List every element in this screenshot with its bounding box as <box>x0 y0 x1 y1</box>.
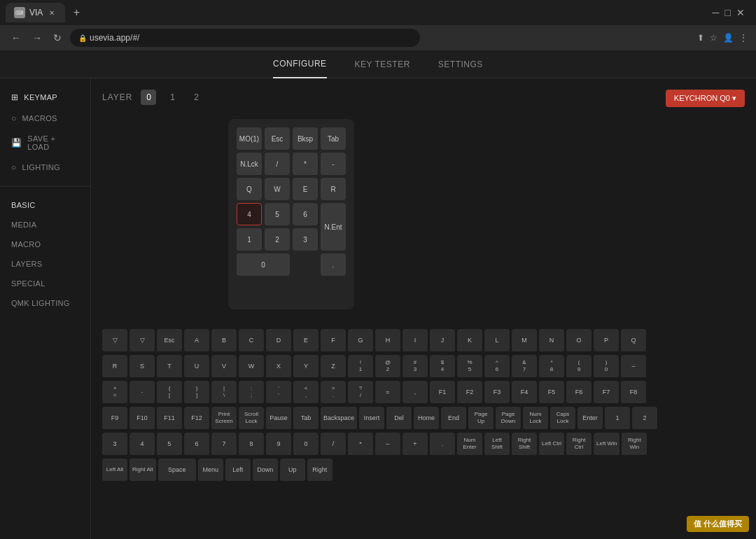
bookmark-icon[interactable]: ☆ <box>710 33 718 43</box>
sidebar-item-lighting[interactable]: ○ LIGHTING <box>0 157 90 178</box>
kb-d[interactable]: D <box>266 329 291 353</box>
kb-numslash[interactable]: / <box>321 433 346 456</box>
kb-at-2[interactable]: @2 <box>375 355 400 379</box>
kb-t[interactable]: T <box>157 355 182 379</box>
kb-colon[interactable]: :; <box>239 381 264 405</box>
kb-right[interactable]: Right <box>307 458 332 482</box>
minimize-icon[interactable]: ─ <box>713 7 720 18</box>
kb-num9[interactable]: 9 <box>266 433 291 456</box>
kb-rshift[interactable]: RightShift <box>512 433 537 456</box>
kb-star-8[interactable]: *8 <box>539 355 564 379</box>
kb-z[interactable]: Z <box>321 355 346 379</box>
np-4[interactable]: 4 <box>237 203 262 225</box>
device-selector-button[interactable]: KEYCHRON Q0 ▾ <box>666 90 745 107</box>
sidebar-item-macros[interactable]: ○ MACROS <box>0 108 90 129</box>
np-e[interactable]: E <box>293 178 318 200</box>
layer-0-button[interactable]: 0 <box>141 90 156 105</box>
kb-question[interactable]: ?/ <box>348 381 373 405</box>
kb-f2[interactable]: F2 <box>457 381 482 405</box>
kb-pct-5[interactable]: %5 <box>457 355 482 379</box>
kb-f12[interactable]: F12 <box>184 407 209 430</box>
tab-configure[interactable]: CONFIGURE <box>273 50 327 78</box>
kb-e[interactable]: E <box>293 329 318 353</box>
kb-nument[interactable]: NumEnter <box>457 433 482 456</box>
np-q[interactable]: Q <box>237 178 262 200</box>
kb-lt[interactable]: <, <box>293 381 318 405</box>
forward-button[interactable]: → <box>29 31 45 45</box>
kb-numdot[interactable]: . <box>430 433 455 456</box>
kb-f5[interactable]: F5 <box>539 381 564 405</box>
kb-i[interactable]: I <box>402 329 428 353</box>
kb-amp-7[interactable]: &7 <box>512 355 537 379</box>
kb-insert[interactable]: Insert <box>359 407 384 430</box>
layer-2-button[interactable]: 2 <box>188 90 204 105</box>
kb-menu[interactable]: Menu <box>198 458 223 482</box>
np-minus[interactable]: - <box>321 153 346 175</box>
kb-numplus[interactable]: + <box>402 433 428 456</box>
kb-numdash[interactable]: – <box>375 433 400 456</box>
kb-o[interactable]: O <box>566 329 592 353</box>
kb-v[interactable]: V <box>211 355 237 379</box>
kb-num7[interactable]: 7 <box>211 433 237 456</box>
kb-minus2[interactable]: - <box>130 381 155 405</box>
kb-rparen-0[interactable]: )0 <box>594 355 619 379</box>
sidebar-item-qmk-lighting[interactable]: QMK LIGHTING <box>0 293 90 313</box>
kb-grad1[interactable]: ▽ <box>102 329 127 353</box>
kb-pgup[interactable]: PageUp <box>468 407 493 430</box>
kb-k[interactable]: K <box>457 329 482 353</box>
kb-num4[interactable]: 4 <box>130 433 155 456</box>
kb-comma[interactable]: , <box>402 381 428 405</box>
kb-l[interactable]: L <box>484 329 510 353</box>
back-button[interactable]: ← <box>8 31 24 45</box>
np-dot[interactable]: . <box>321 253 346 276</box>
kb-ralt[interactable]: Right Alt <box>130 458 156 482</box>
kb-w[interactable]: W <box>239 355 264 379</box>
kb-dash[interactable]: – <box>621 355 646 379</box>
np-r[interactable]: R <box>321 178 346 200</box>
kb-g[interactable]: G <box>348 329 373 353</box>
sidebar-item-keymap[interactable]: ⊞ KEYMAP <box>0 87 90 108</box>
active-tab[interactable]: ⌨ VIA ✕ <box>6 3 65 22</box>
np-tab[interactable]: Tab <box>321 127 346 150</box>
sidebar-item-basic[interactable]: BASIC <box>0 195 90 215</box>
kb-a[interactable]: A <box>184 329 209 353</box>
kb-lalt[interactable]: Left Alt <box>102 458 127 482</box>
kb-n[interactable]: N <box>539 329 564 353</box>
kb-q[interactable]: Q <box>621 329 646 353</box>
kb-equals[interactable]: = <box>375 381 400 405</box>
kb-f11[interactable]: F11 <box>157 407 182 430</box>
kb-f4[interactable]: F4 <box>512 381 537 405</box>
kb-num3[interactable]: 3 <box>102 433 127 456</box>
kb-rctrl[interactable]: RightCtrl <box>566 433 592 456</box>
kb-home[interactable]: Home <box>414 407 439 430</box>
kb-j[interactable]: J <box>430 329 455 353</box>
kb-pgdn[interactable]: PageDown <box>496 407 521 430</box>
kb-m[interactable]: M <box>512 329 537 353</box>
kb-num2[interactable]: 2 <box>632 407 657 430</box>
kb-dollar-4[interactable]: $4 <box>430 355 455 379</box>
kb-caret-6[interactable]: ^6 <box>484 355 510 379</box>
layer-1-button[interactable]: 1 <box>164 90 180 105</box>
kb-num0[interactable]: 0 <box>293 433 318 456</box>
kb-gt[interactable]: >. <box>321 381 346 405</box>
kb-lparen-9[interactable]: (9 <box>566 355 592 379</box>
np-nlck[interactable]: N.Lck <box>237 153 262 175</box>
kb-lwin[interactable]: Left Win <box>594 433 620 456</box>
kb-num1[interactable]: 1 <box>605 407 630 430</box>
close-window-icon[interactable]: ✕ <box>736 7 745 18</box>
np-2[interactable]: 2 <box>265 228 290 251</box>
kb-f6[interactable]: F6 <box>566 381 592 405</box>
kb-quote[interactable]: '' <box>266 381 291 405</box>
sidebar-item-special[interactable]: SPECIAL <box>0 274 90 293</box>
kb-pipe[interactable]: |\ <box>211 381 237 405</box>
sidebar-item-save-load[interactable]: 💾 SAVE + LOAD <box>0 129 90 157</box>
sidebar-item-macro[interactable]: MACRO <box>0 234 90 254</box>
menu-icon[interactable]: ⋮ <box>739 33 748 43</box>
np-nent[interactable]: N.Ent <box>321 203 346 251</box>
kb-r[interactable]: R <box>102 355 127 379</box>
sidebar-item-layers[interactable]: LAYERS <box>0 254 90 274</box>
np-w[interactable]: W <box>265 178 290 200</box>
np-0[interactable]: 0 <box>237 253 290 276</box>
np-mo1[interactable]: MO(1) <box>237 127 262 150</box>
kb-f[interactable]: F <box>321 329 346 353</box>
